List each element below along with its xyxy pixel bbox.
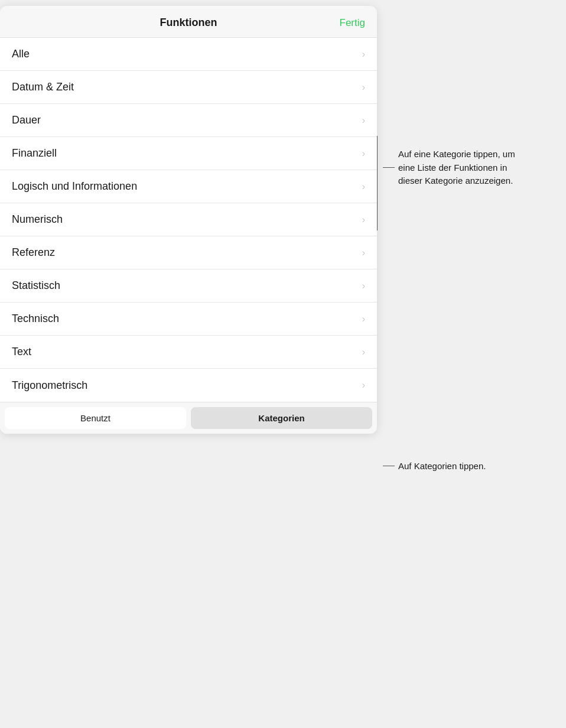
bottom-tab-bar: Benutzt Kategorien [0, 402, 377, 434]
list-item-statistisch[interactable]: Statistisch› [0, 269, 377, 303]
chevron-right-icon: › [362, 148, 365, 159]
done-button[interactable]: Fertig [330, 17, 365, 29]
annotation-dash-top [383, 167, 395, 168]
list-item-label-trigonometrisch: Trigonometrisch [12, 379, 87, 392]
panel-header: Funktionen Fertig [0, 6, 377, 38]
list-item-logisch-informationen[interactable]: Logisch und Informationen› [0, 170, 377, 203]
annotation-connector-top: Auf eine Kategorie tippen, um eine Liste… [383, 148, 528, 188]
chevron-right-icon: › [362, 248, 365, 258]
annotations-area: Auf eine Kategorie tippen, um eine Liste… [377, 0, 566, 485]
chevron-right-icon: › [362, 49, 365, 60]
list-item-datum-zeit[interactable]: Datum & Zeit› [0, 71, 377, 104]
chevron-right-icon: › [362, 181, 365, 192]
tab-kategorien[interactable]: Kategorien [191, 407, 372, 429]
annotation-bottom-text: Auf Kategorien tippen. [398, 460, 486, 473]
chevron-right-icon: › [362, 214, 365, 225]
annotation-bottom: Auf Kategorien tippen. [383, 460, 560, 473]
chevron-right-icon: › [362, 380, 365, 391]
list-item-finanziell[interactable]: Finanziell› [0, 137, 377, 170]
chevron-right-icon: › [362, 82, 365, 93]
list-item-label-referenz: Referenz [12, 246, 55, 259]
list-item-dauer[interactable]: Dauer› [0, 104, 377, 137]
chevron-right-icon: › [362, 281, 365, 291]
list-item-label-finanziell: Finanziell [12, 147, 57, 160]
chevron-right-icon: › [362, 314, 365, 324]
annotation-vertical-line [377, 136, 378, 230]
chevron-right-icon: › [362, 115, 365, 126]
list-item-label-datum-zeit: Datum & Zeit [12, 81, 74, 93]
annotation-top-text: Auf eine Kategorie tippen, um eine Liste… [398, 148, 528, 188]
list-item-label-logisch-informationen: Logisch und Informationen [12, 180, 137, 193]
list-item-numerisch[interactable]: Numerisch› [0, 203, 377, 236]
annotation-dash-bottom [383, 466, 395, 466]
list-item-label-statistisch: Statistisch [12, 280, 60, 292]
list-item-label-numerisch: Numerisch [12, 213, 63, 226]
panel-title: Funktionen [47, 17, 330, 29]
list-item-label-text: Text [12, 346, 31, 358]
list-item-referenz[interactable]: Referenz› [0, 236, 377, 269]
list-item-technisch[interactable]: Technisch› [0, 303, 377, 336]
tab-benutzt[interactable]: Benutzt [5, 407, 186, 429]
category-list: Alle›Datum & Zeit›Dauer›Finanziell›Logis… [0, 38, 377, 402]
list-item-alle[interactable]: Alle› [0, 38, 377, 71]
list-item-trigonometrisch[interactable]: Trigonometrisch› [0, 369, 377, 402]
functions-panel: Funktionen Fertig Alle›Datum & Zeit›Daue… [0, 6, 377, 434]
list-item-label-technisch: Technisch [12, 313, 59, 325]
annotation-connector-bottom: Auf Kategorien tippen. [383, 460, 486, 473]
list-item-text[interactable]: Text› [0, 336, 377, 369]
annotation-top: Auf eine Kategorie tippen, um eine Liste… [383, 148, 560, 188]
list-item-label-alle: Alle [12, 48, 30, 60]
screen: Funktionen Fertig Alle›Datum & Zeit›Daue… [0, 0, 566, 728]
chevron-right-icon: › [362, 347, 365, 358]
list-item-label-dauer: Dauer [12, 114, 41, 126]
